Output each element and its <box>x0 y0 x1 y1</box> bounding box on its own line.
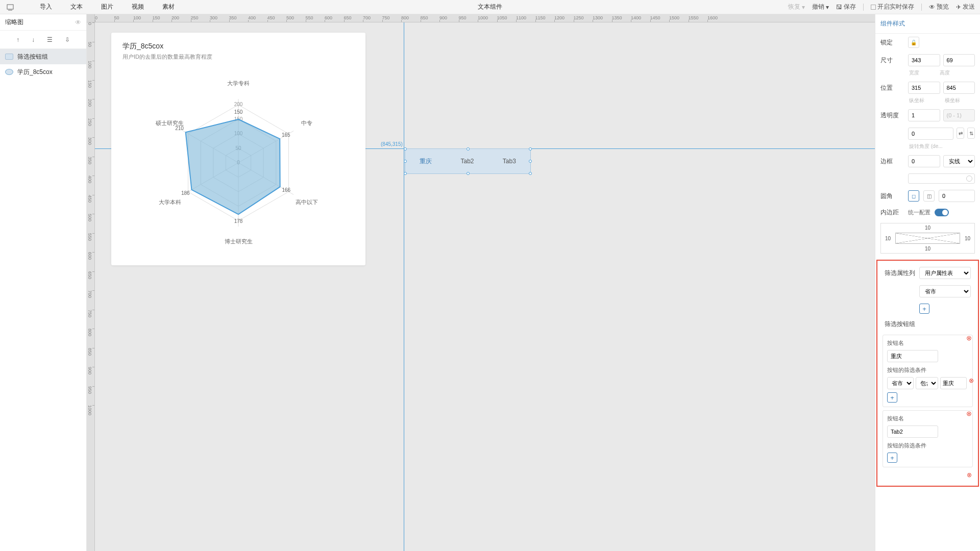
align-icon[interactable]: ☰ <box>47 36 53 43</box>
svg-text:200: 200 <box>234 102 243 107</box>
visibility-icon[interactable]: 👁 <box>75 19 81 26</box>
svg-text:150: 150 <box>234 109 243 115</box>
add-attr-button[interactable]: + <box>919 304 929 314</box>
filter-tab[interactable]: 重庆 <box>420 157 432 166</box>
width-input[interactable] <box>908 54 940 66</box>
svg-text:大学本科: 大学本科 <box>159 199 181 205</box>
rotate-input[interactable] <box>908 128 953 140</box>
border-color-picker[interactable] <box>908 173 975 184</box>
button-name-input[interactable] <box>887 350 938 362</box>
svg-text:210: 210 <box>175 126 184 131</box>
chart-subtitle: 用户ID的去重后的数量最高教育程度 <box>122 53 354 61</box>
menu-image[interactable]: 图片 <box>92 3 122 11</box>
filter-button-group: ⊗ 按钮名 按钮的筛选条件 省市 包含 ⊗ + <box>883 335 973 407</box>
svg-text:166: 166 <box>282 187 290 193</box>
canvas[interactable]: 0501001502002503003504004505005506006507… <box>87 14 875 551</box>
menu-material[interactable]: 素材 <box>153 3 184 11</box>
top-menu: 导入 文本 图片 视频 素材 文本组件 恢复 ▾ 撤销 ▾ 🖫 保存 开启实时保… <box>0 0 980 14</box>
menu-text[interactable]: 文本 <box>61 3 92 11</box>
delete-group-icon[interactable]: ⊗ <box>966 410 973 417</box>
radius-input[interactable] <box>939 190 975 202</box>
lock-toggle-icon[interactable]: 🔓 <box>908 37 919 48</box>
pos-y-input[interactable] <box>943 82 975 94</box>
preview-button[interactable]: 👁 预览 <box>929 3 949 11</box>
cond-field-select[interactable]: 省市 <box>887 377 914 389</box>
attr-table-select[interactable]: 用户属性表 <box>919 267 971 279</box>
svg-rect-0 <box>7 5 13 9</box>
button-name-input[interactable] <box>887 425 938 438</box>
cond-op-select[interactable]: 包含 <box>916 377 938 389</box>
border-style-select[interactable]: 实线 <box>943 155 975 167</box>
delete-cond-icon[interactable]: ⊗ <box>969 377 974 389</box>
height-input[interactable] <box>943 54 975 66</box>
page-title: 文本组件 <box>478 3 502 11</box>
guide-vertical <box>404 22 404 551</box>
redo-button[interactable]: 恢复 ▾ <box>788 3 805 11</box>
app-logo-icon[interactable] <box>5 2 15 12</box>
border-width-input[interactable] <box>908 155 940 167</box>
svg-text:186: 186 <box>181 190 190 196</box>
svg-text:高中以下: 高中以下 <box>296 199 318 205</box>
svg-text:博士研究生: 博士研究生 <box>225 238 253 244</box>
delete-extra-icon[interactable]: ⊗ <box>967 471 972 479</box>
filter-button-group: ⊗ 按钮名 按钮的筛选条件 + <box>883 410 973 467</box>
panel-title: 组件样式 <box>875 14 980 34</box>
add-cond-button[interactable]: + <box>887 453 897 463</box>
radius-all-icon[interactable]: ◻ <box>908 190 919 202</box>
save-button[interactable]: 🖫 保存 <box>836 3 856 11</box>
filter-config-section: 筛选属性列 用户属性表 省市 + 筛选按钮组 ⊗ 按钮名 按钮的筛选条件 省市 … <box>876 260 979 487</box>
layer-item[interactable]: 筛选按钮组 <box>0 49 86 64</box>
undo-button[interactable]: 撤销 ▾ <box>812 3 829 11</box>
coord-label: (845,315) <box>381 141 403 147</box>
layers-panel: 缩略图 👁 ↑ ↓ ☰ ⇩ 筛选按钮组学历_8c5cox <box>0 14 87 551</box>
radius-individual-icon[interactable]: ◫ <box>923 190 935 202</box>
menu-import[interactable]: 导入 <box>31 3 61 11</box>
svg-text:165: 165 <box>282 132 290 138</box>
opacity-input[interactable] <box>908 109 940 121</box>
realtime-save-toggle[interactable]: 开启实时保存 <box>871 3 914 11</box>
filter-tabs-widget[interactable]: 重庆Tab2Tab3 <box>405 148 531 174</box>
attr-field-select[interactable]: 省市 <box>919 285 971 297</box>
thumbnail-title: 缩略图 <box>5 18 23 27</box>
svg-text:178: 178 <box>234 218 243 224</box>
flip-h-icon[interactable]: ⇄ <box>957 128 964 139</box>
menu-video[interactable]: 视频 <box>122 3 153 11</box>
filter-tab[interactable]: Tab2 <box>460 158 474 165</box>
move-down-icon[interactable]: ↓ <box>32 36 35 43</box>
add-cond-button[interactable]: + <box>887 392 897 403</box>
move-up-icon[interactable]: ↑ <box>16 36 19 43</box>
chart-title: 学历_8c5cox <box>122 42 354 51</box>
properties-panel: 组件样式 锁定 🔓 尺寸 宽度高度 位置 纵坐标横坐标 透明度 <box>875 14 980 551</box>
svg-text:硕士研究生: 硕士研究生 <box>155 120 184 126</box>
radar-chart-widget[interactable]: 学历_8c5cox 用户ID的去重后的数量最高教育程度 050100150200… <box>111 33 365 265</box>
send-button[interactable]: ✈ 发送 <box>956 3 975 11</box>
download-icon[interactable]: ⇩ <box>65 36 70 43</box>
padding-unified-toggle[interactable] <box>935 209 949 216</box>
layer-item[interactable]: 学历_8c5cox <box>0 64 86 80</box>
pos-x-input[interactable] <box>908 82 940 94</box>
padding-visual[interactable]: 10 10 10 10 <box>880 223 975 254</box>
svg-text:中专: 中专 <box>301 120 312 126</box>
flip-v-icon[interactable]: ⇅ <box>967 128 975 139</box>
filter-tab[interactable]: Tab3 <box>503 158 516 165</box>
svg-text:大学专科: 大学专科 <box>227 80 250 86</box>
delete-group-icon[interactable]: ⊗ <box>966 334 973 341</box>
cond-value-input[interactable] <box>940 377 967 389</box>
